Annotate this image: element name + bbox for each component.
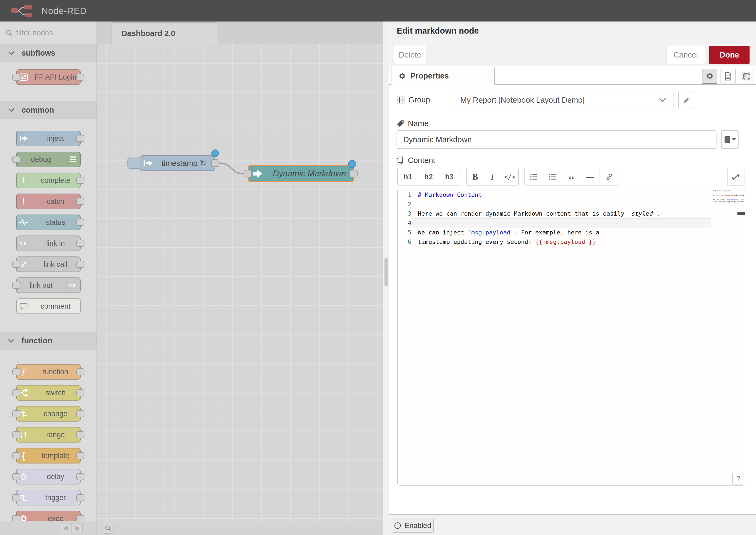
output-port[interactable]	[76, 261, 84, 268]
group-select[interactable]: My Report [Notebook Layout Demo]	[453, 91, 673, 109]
group-select-value: My Report [Notebook Layout Demo]	[460, 96, 659, 104]
markdown-code-editor[interactable]: 1 # Markdown Content 2 3 Here we can ren…	[397, 189, 745, 486]
unordered-list-button[interactable]	[543, 168, 562, 185]
enabled-toggle-button[interactable]: Enabled	[392, 519, 434, 533]
palette-node-catch[interactable]: ! catch	[16, 194, 81, 209]
palette-category-common[interactable]: common	[0, 101, 97, 119]
output-port[interactable]	[76, 74, 84, 81]
done-button[interactable]: Done	[709, 46, 749, 64]
italic-button[interactable]: I	[484, 168, 501, 185]
editor-minimap[interactable]: # Markdown Content Here we can render dy…	[713, 190, 744, 206]
output-port[interactable]	[76, 219, 84, 226]
input-port[interactable]	[13, 368, 20, 375]
tab-button-properties[interactable]	[702, 69, 717, 84]
palette-category-subflows[interactable]: subflows	[0, 44, 97, 62]
input-port[interactable]	[13, 389, 20, 396]
code-line: Here we can render dynamic Markdown cont…	[415, 210, 660, 217]
cancel-button[interactable]: Cancel	[666, 46, 705, 64]
edit-group-button[interactable]	[678, 91, 695, 109]
output-port[interactable]	[76, 240, 84, 247]
input-port[interactable]	[13, 282, 20, 289]
output-port[interactable]	[350, 170, 357, 178]
palette-node-change[interactable]: change	[16, 406, 81, 422]
flow-canvas[interactable]: timestamp ↻ Dynamic Markdown	[97, 44, 383, 521]
link-button[interactable]	[600, 168, 619, 185]
expand-editor-button[interactable]	[727, 168, 744, 186]
palette-search-input[interactable]	[16, 29, 97, 37]
heading1-button[interactable]: h1	[398, 168, 418, 185]
input-port[interactable]	[13, 261, 20, 268]
output-port[interactable]	[211, 159, 219, 167]
palette-node-complete[interactable]: ! complete	[16, 173, 81, 188]
code-line: timestamp updating every second: {{ msg.…	[415, 239, 596, 245]
output-port[interactable]	[76, 473, 84, 480]
output-port[interactable]	[76, 494, 84, 501]
label-options-button[interactable]	[721, 130, 739, 149]
output-port[interactable]	[76, 452, 84, 459]
palette-node-status[interactable]: status	[16, 214, 81, 230]
output-port[interactable]	[76, 198, 84, 205]
palette-category-function[interactable]: function	[0, 332, 97, 350]
output-port[interactable]	[76, 368, 84, 375]
chevron-down-icon	[8, 108, 14, 112]
blockquote-button[interactable]: “	[562, 168, 581, 185]
palette-node-range[interactable]: range	[16, 427, 81, 442]
palette-search[interactable]	[0, 21, 97, 44]
markdown-toolbar: h1 h2 h3 B I </> “ —	[389, 168, 756, 186]
enabled-circle-icon	[394, 522, 401, 529]
palette-node-delay[interactable]: delay	[16, 469, 81, 485]
input-port[interactable]	[13, 452, 20, 459]
node-changed-dot	[348, 160, 356, 168]
palette-node-trigger[interactable]: trigger	[16, 490, 81, 505]
palette-node-function[interactable]: ƒ function	[16, 364, 81, 380]
delete-button[interactable]: Delete	[394, 46, 426, 64]
panel-divider[interactable]	[383, 21, 389, 535]
palette-collapse-all-button[interactable]	[61, 523, 72, 533]
input-port[interactable]	[13, 515, 20, 521]
gear-icon	[399, 72, 406, 80]
output-port[interactable]	[76, 410, 84, 417]
name-field[interactable]	[397, 130, 716, 149]
palette-node-link-call[interactable]: link call	[16, 257, 81, 272]
ordered-list-button[interactable]	[524, 168, 543, 185]
output-port[interactable]	[76, 177, 84, 184]
palette-node-debug[interactable]: debug	[16, 152, 81, 167]
palette-node-comment[interactable]: comment	[16, 298, 81, 314]
output-port[interactable]	[76, 431, 84, 438]
palette-node-exec[interactable]: exec	[16, 511, 81, 521]
node-palette: subflows FF API Login common inject	[0, 21, 97, 521]
tab-properties[interactable]: Properties	[391, 67, 495, 85]
bold-button[interactable]: B	[467, 168, 484, 185]
divider-drag-handle[interactable]	[384, 258, 388, 286]
code-line: We can inject `msg.payload`. For example…	[415, 229, 600, 236]
tab-dashboard-2-0[interactable]: Dashboard 2.0	[112, 22, 217, 44]
flow-node-dynamic-markdown[interactable]: Dynamic Markdown	[248, 165, 354, 182]
heading3-button[interactable]: h3	[439, 168, 460, 185]
output-port[interactable]	[76, 135, 84, 142]
input-port[interactable]	[13, 410, 20, 417]
palette-expand-all-button[interactable]	[72, 523, 83, 533]
horizontal-rule-button[interactable]: —	[581, 168, 600, 185]
input-port[interactable]	[13, 494, 20, 501]
input-port[interactable]	[13, 156, 20, 163]
output-port[interactable]	[76, 389, 84, 396]
palette-node-inject[interactable]: inject	[16, 131, 81, 146]
input-port[interactable]	[243, 170, 252, 178]
code-button[interactable]: </>	[501, 168, 518, 185]
tab-button-description[interactable]	[720, 69, 736, 84]
palette-node-template[interactable]: { template	[16, 448, 81, 464]
editor-help-button[interactable]: ?	[732, 473, 744, 485]
palette-node-link-out[interactable]: link out	[16, 277, 81, 293]
palette-node-link-in[interactable]: link in	[16, 236, 81, 251]
input-port[interactable]	[13, 74, 20, 81]
input-port[interactable]	[13, 431, 20, 438]
output-port[interactable]	[76, 515, 84, 521]
flow-node-timestamp[interactable]: timestamp ↻	[140, 155, 215, 171]
palette-node-switch[interactable]: switch	[16, 385, 81, 401]
input-port[interactable]	[13, 473, 20, 480]
canvas-zoom-search-button[interactable]	[103, 523, 113, 534]
tab-button-appearance[interactable]	[739, 69, 754, 84]
palette-node-ff-api-login[interactable]: FF API Login	[16, 70, 81, 85]
heading2-button[interactable]: h2	[418, 168, 439, 185]
node-red-logo: Node-RED	[11, 4, 87, 17]
